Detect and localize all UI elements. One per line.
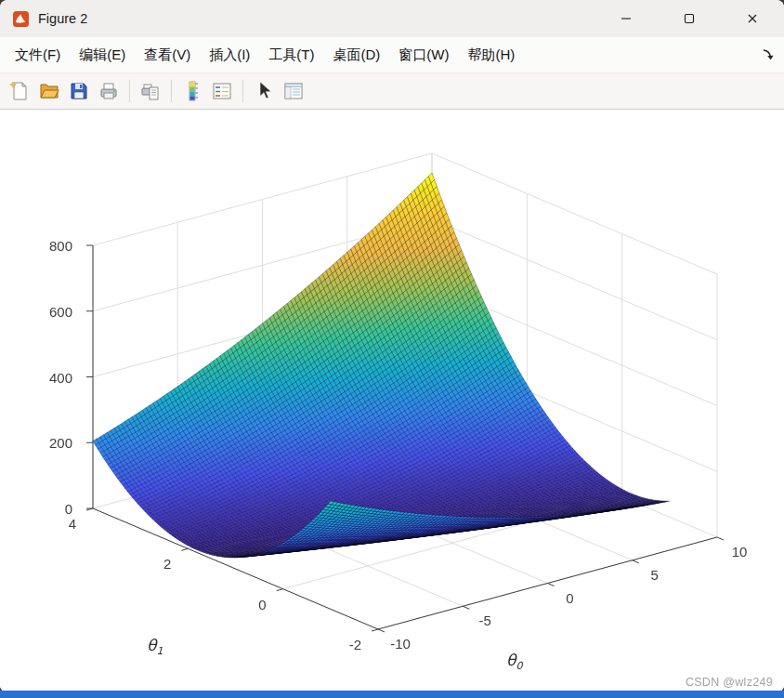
toolbar-separator [171,80,172,102]
figure-toolbar [0,73,784,110]
insert-legend-icon [211,80,233,102]
insert-colorbar-button[interactable] [178,78,206,105]
menu-item-view[interactable]: 查看(V) [135,37,200,72]
open-file-button[interactable] [35,78,63,105]
print-button[interactable] [95,78,123,105]
plot-canvas[interactable] [0,110,784,692]
toolbar-separator [242,80,243,102]
minimize-button[interactable] [595,0,658,37]
new-figure-button[interactable] [6,78,33,105]
bottom-accent-strip [0,691,784,698]
save-icon [68,80,90,102]
edit-plot-button[interactable] [250,78,278,105]
dock-arrow-icon[interactable] [761,47,776,62]
plot-tools-icon [282,80,305,102]
insert-legend-button[interactable] [208,78,236,105]
menubar: 文件(F) 编辑(E) 查看(V) 插入(I) 工具(T) 桌面(D) 窗口(W… [0,37,784,73]
menu-item-desktop[interactable]: 桌面(D) [323,37,389,72]
maximize-button[interactable] [658,0,721,37]
plot-tools-button[interactable] [280,78,307,105]
new-figure-icon [8,80,31,102]
close-button[interactable] [721,0,784,37]
minimize-icon [621,13,632,24]
titlebar[interactable]: Figure 2 [0,0,784,37]
desktop: { "window": { "title": "Figure 2", "icon… [0,0,784,698]
menu-item-edit[interactable]: 编辑(E) [70,37,135,72]
print-preview-button[interactable] [137,78,164,105]
insert-colorbar-icon [181,80,203,102]
window-controls [595,0,784,37]
print-icon [98,80,120,102]
menu-item-tools[interactable]: 工具(T) [259,37,323,72]
toolbar-separator [129,80,130,102]
menu-item-window[interactable]: 窗口(W) [389,37,458,72]
matlab-logo-icon [13,11,29,27]
figure-axes: -10-50510-20240200400600800 θ0 θ1 CSDN @… [0,110,784,692]
figure-window: Figure 2 文件(F) 编辑(E) 查看(V) 插入(I) [0,0,784,692]
window-title: Figure 2 [38,11,87,26]
menu-item-insert[interactable]: 插入(I) [200,37,259,72]
menu-item-help[interactable]: 帮助(H) [458,37,524,72]
save-button[interactable] [65,78,93,105]
open-file-icon [38,80,60,102]
maximize-icon [684,13,695,24]
menu-item-file[interactable]: 文件(F) [6,37,70,72]
close-icon [747,13,758,24]
print-preview-icon [139,80,162,102]
edit-plot-icon [253,80,275,102]
